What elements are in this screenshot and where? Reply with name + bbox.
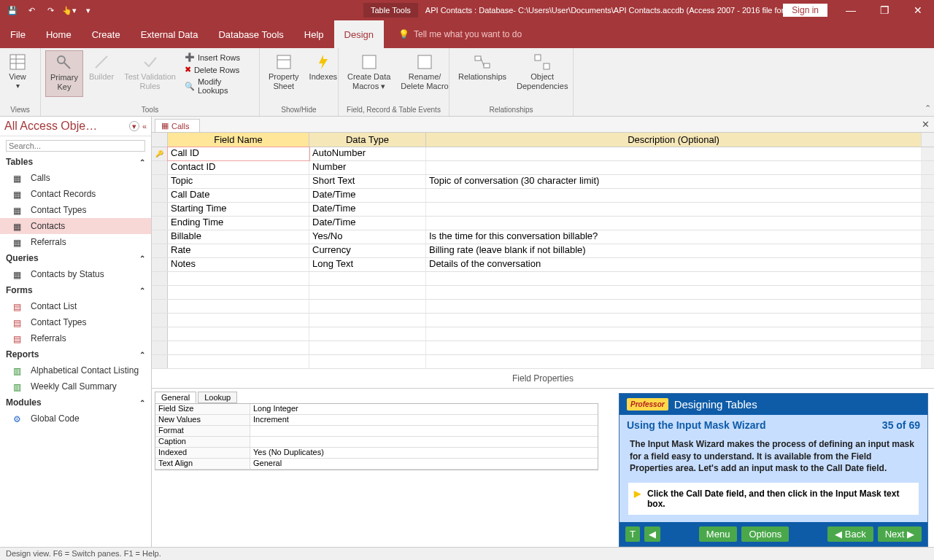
property-row[interactable]: Format [155, 426, 598, 437]
nav-table-referrals[interactable]: ▦Referrals [0, 234, 151, 250]
tab-help[interactable]: Help [294, 20, 334, 48]
data-type-cell[interactable] [309, 286, 426, 299]
delete-rows-button[interactable]: ✖Delete Rows [183, 64, 253, 75]
nav-report-alpha[interactable]: ▥Alphabetical Contact Listing [0, 362, 151, 378]
nav-header[interactable]: All Access Obje… ▾ « [0, 117, 151, 136]
nav-report-weekly[interactable]: ▥Weekly Call Summary [0, 378, 151, 394]
field-name-cell[interactable] [168, 314, 309, 327]
data-type-cell[interactable] [309, 355, 426, 368]
tab-home[interactable]: Home [36, 20, 82, 48]
property-value[interactable]: Increment [250, 415, 598, 425]
property-sheet-button[interactable]: Property Sheet [264, 50, 304, 94]
close-button[interactable]: ✕ [902, 0, 934, 20]
nav-table-contacts[interactable]: ▦Contacts [0, 218, 151, 234]
relationships-button[interactable]: Relationships [454, 50, 511, 94]
tell-me-search[interactable]: 💡 Tell me what you want to do [398, 29, 522, 39]
row-selector[interactable] [152, 272, 168, 285]
tutorial-text-button[interactable]: T [625, 526, 640, 542]
property-value[interactable] [250, 437, 598, 447]
primary-key-button[interactable]: Primary Key [45, 50, 83, 97]
tab-external-data[interactable]: External Data [131, 20, 209, 48]
description-cell[interactable] [426, 189, 921, 202]
data-type-cell[interactable] [309, 300, 426, 313]
nav-table-contact-types[interactable]: ▦Contact Types [0, 202, 151, 218]
nav-table-contact-records[interactable]: ▦Contact Records [0, 186, 151, 202]
field-name-cell[interactable]: Call Date [168, 189, 309, 202]
design-row[interactable]: Billable Yes/No Is the time for this con… [152, 230, 934, 244]
nav-form-contact-list[interactable]: ▤Contact List [0, 298, 151, 314]
design-row[interactable] [152, 341, 934, 355]
tab-create[interactable]: Create [82, 20, 131, 48]
field-name-cell[interactable] [168, 341, 309, 354]
field-name-cell[interactable]: Billable [168, 230, 309, 244]
row-selector[interactable] [152, 230, 168, 244]
description-cell[interactable]: Topic of conversation (30 character limi… [426, 175, 921, 188]
nav-section-modules[interactable]: Modules⌃ [0, 394, 151, 411]
row-selector[interactable] [152, 314, 168, 327]
field-name-cell[interactable]: Notes [168, 258, 309, 271]
tutorial-next-button[interactable]: Next ▶ [878, 526, 922, 542]
property-value[interactable] [250, 426, 598, 436]
design-row[interactable] [152, 327, 934, 341]
property-row[interactable]: Caption [155, 437, 598, 448]
row-selector[interactable] [152, 175, 168, 188]
tutorial-prev-button[interactable]: ◀ [644, 526, 660, 542]
design-row[interactable] [152, 286, 934, 300]
design-row[interactable]: Call Date Date/Time [152, 189, 934, 203]
data-type-cell[interactable]: AutoNumber [309, 147, 426, 160]
data-type-cell[interactable]: Date/Time [309, 217, 426, 230]
row-selector[interactable] [152, 355, 168, 368]
indexes-button[interactable]: Indexes [305, 50, 342, 94]
design-row[interactable] [152, 300, 934, 314]
create-data-macros-button[interactable]: Create Data Macros ▾ [343, 50, 395, 94]
document-tab-calls[interactable]: ▦ Calls [155, 119, 200, 132]
view-button[interactable]: View▾ [4, 50, 31, 93]
column-data-type[interactable]: Data Type [309, 133, 426, 147]
description-cell[interactable] [426, 203, 921, 216]
touch-mode-icon[interactable]: 👆▾ [61, 2, 77, 18]
description-cell[interactable] [426, 147, 921, 160]
row-selector[interactable] [152, 300, 168, 313]
design-row[interactable]: Starting Time Date/Time [152, 203, 934, 217]
data-type-cell[interactable] [309, 341, 426, 354]
tutorial-menu-button[interactable]: Menu [699, 526, 738, 542]
qat-customize-icon[interactable]: ▾ [80, 2, 96, 18]
nav-dropdown-icon[interactable]: ▾ [129, 121, 139, 131]
nav-query-contacts-by-status[interactable]: ▦Contacts by Status [0, 266, 151, 282]
property-row[interactable]: New ValuesIncrement [155, 415, 598, 426]
description-cell[interactable] [426, 217, 921, 230]
row-selector[interactable] [152, 161, 168, 174]
data-type-cell[interactable]: Long Text [309, 258, 426, 271]
modify-lookups-button[interactable]: 🔍Modify Lookups [183, 77, 253, 96]
description-cell[interactable] [426, 355, 921, 368]
row-selector[interactable] [152, 244, 168, 257]
description-cell[interactable]: Is the time for this conversation billab… [426, 230, 921, 244]
sign-in-button[interactable]: Sign in [783, 4, 827, 17]
minimize-button[interactable]: — [835, 0, 867, 20]
design-row[interactable] [152, 314, 934, 327]
property-value[interactable]: Long Integer [250, 404, 598, 414]
nav-section-forms[interactable]: Forms⌃ [0, 282, 151, 298]
description-cell[interactable]: Details of the conversation [426, 258, 921, 271]
field-name-cell[interactable] [168, 327, 309, 341]
test-validation-button[interactable]: Test Validation Rules [120, 50, 180, 97]
description-cell[interactable] [426, 272, 921, 285]
nav-section-tables[interactable]: Tables⌃ [0, 154, 151, 170]
insert-rows-button[interactable]: ➕Insert Rows [183, 52, 253, 63]
data-type-cell[interactable]: Short Text [309, 175, 426, 188]
save-icon[interactable]: 💾 [4, 2, 20, 18]
design-row[interactable]: Contact ID Number [152, 161, 934, 175]
data-type-cell[interactable]: Number [309, 161, 426, 174]
data-type-cell[interactable]: Yes/No [309, 230, 426, 244]
description-cell[interactable] [426, 300, 921, 313]
design-row[interactable]: 🔑 Call ID AutoNumber [152, 147, 934, 161]
row-selector[interactable] [152, 217, 168, 230]
rename-delete-macro-button[interactable]: Rename/ Delete Macro [396, 50, 452, 94]
property-row[interactable]: Field SizeLong Integer [155, 404, 598, 415]
design-row[interactable]: Topic Short Text Topic of conversation (… [152, 175, 934, 189]
data-type-cell[interactable]: Date/Time [309, 189, 426, 202]
row-selector[interactable] [152, 286, 168, 299]
data-type-cell[interactable] [309, 314, 426, 327]
design-row[interactable]: Ending Time Date/Time [152, 217, 934, 230]
row-selector[interactable] [152, 258, 168, 271]
